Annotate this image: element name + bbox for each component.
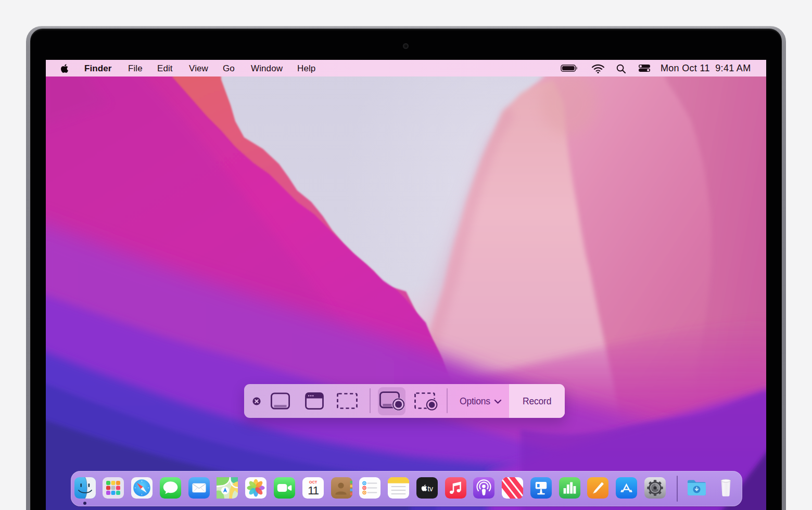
svg-text:tv: tv (427, 484, 433, 493)
svg-text:11: 11 (308, 484, 319, 497)
